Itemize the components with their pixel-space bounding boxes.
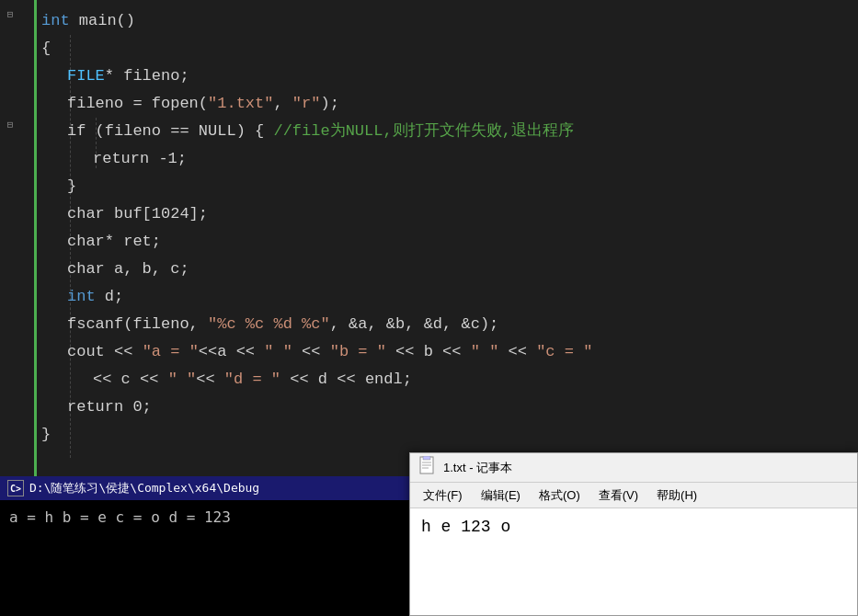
code-line-16: } [41, 421, 858, 449]
notepad-content: h e 123 o [410, 508, 857, 615]
console-output: a = h b = e c = o d = 123 [9, 508, 231, 526]
notepad-menubar: 文件(F) 编辑(E) 格式(O) 查看(V) 帮助(H) [410, 483, 857, 508]
code-line-2: { [41, 35, 858, 63]
code-line-14: << c << " " << "d = " << d << endl; [41, 366, 858, 394]
code-line-3: FILE * fileno; [41, 63, 858, 90]
code-line-13: cout << "a = " <<a << " " << "b = " << b… [41, 338, 858, 366]
notepad-titlebar: 1.txt - 记事本 [410, 453, 857, 483]
code-line-10: char a, b, c; [41, 256, 858, 283]
keyword-int: int [41, 7, 70, 35]
notepad-title: 1.txt - 记事本 [443, 460, 512, 476]
code-line-7: } [41, 173, 858, 200]
code-line-5: if (fileno == NULL) { //file为NULL,则打开文件失… [41, 118, 858, 145]
notepad-text: h e 123 o [421, 518, 510, 536]
code-line-8: char buf[1024]; [41, 200, 858, 228]
type-file: FILE [67, 63, 105, 90]
code-lines: int main() { FILE * fileno; fileno = fop… [41, 7, 858, 449]
notepad-window[interactable]: 1.txt - 记事本 文件(F) 编辑(E) 格式(O) 查看(V) 帮助(H… [409, 452, 858, 616]
menu-view[interactable]: 查看(V) [591, 485, 646, 506]
menu-format[interactable]: 格式(O) [532, 485, 588, 506]
svg-rect-1 [423, 456, 430, 460]
code-line-1: int main() [41, 7, 858, 35]
code-line-11: int d; [41, 283, 858, 311]
code-line-12: fscanf(fileno, "%c %c %d %c" , &a, &b, &… [41, 311, 858, 338]
code-line-9: char* ret; [41, 228, 858, 256]
code-line-4: fileno = fopen( "1.txt" , "r" ); [41, 90, 858, 118]
fold-marker-1[interactable]: ⊟ [4, 7, 17, 20]
menu-file[interactable]: 文件(F) [416, 485, 470, 506]
console-window: C> D:\随笔练习\侯捷\Complex\x64\Debug a = h b … [0, 476, 409, 616]
console-content: a = h b = e c = o d = 123 [0, 500, 409, 535]
console-titlebar: C> D:\随笔练习\侯捷\Complex\x64\Debug [0, 476, 409, 500]
menu-edit[interactable]: 编辑(E) [474, 485, 528, 506]
console-title: D:\随笔练习\侯捷\Complex\x64\Debug [29, 480, 259, 496]
code-line-15: return 0; [41, 394, 858, 421]
code-editor: ⊟ ⊟ int main() { FILE * fileno; fileno =… [0, 0, 858, 616]
fold-marker-2[interactable]: ⊟ [4, 118, 17, 131]
code-line-6: return -1; [41, 145, 858, 173]
menu-help[interactable]: 帮助(H) [649, 485, 704, 506]
notepad-icon [419, 456, 436, 479]
console-icon: C> [7, 480, 24, 496]
